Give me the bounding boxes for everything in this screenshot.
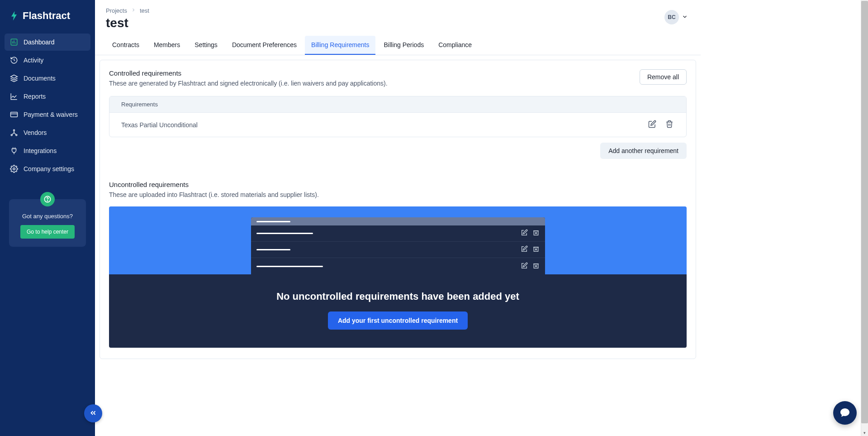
uncontrolled-desc: These are uploaded into Flashtract (i.e.… bbox=[109, 191, 687, 198]
controlled-table-header: Requirements bbox=[109, 96, 686, 112]
nav-payment-waivers[interactable]: Payment & waivers bbox=[5, 106, 90, 123]
nav-activity[interactable]: Activity bbox=[5, 52, 90, 69]
svg-point-11 bbox=[16, 134, 17, 136]
uncontrolled-empty-state: No uncontrolled requirements have been a… bbox=[109, 206, 687, 348]
nav-dashboard[interactable]: Dashboard bbox=[5, 34, 90, 51]
nav-vendors[interactable]: Vendors bbox=[5, 124, 90, 141]
avatar: BC bbox=[664, 10, 679, 24]
trash-icon bbox=[665, 123, 674, 129]
controlled-desc: These are generated by Flashtract and si… bbox=[109, 80, 388, 87]
add-another-requirement-button[interactable]: Add another requirement bbox=[600, 143, 687, 159]
nav-integrations[interactable]: Integrations bbox=[5, 142, 90, 159]
credit-card-icon bbox=[10, 110, 18, 119]
line-chart-icon bbox=[10, 92, 18, 101]
topbar: Projects test test BC bbox=[95, 0, 701, 30]
requirements-card: Controlled requirements These are genera… bbox=[100, 60, 696, 359]
scroll-down-arrow-icon[interactable]: ▾ bbox=[861, 431, 868, 435]
chevron-right-icon bbox=[131, 7, 136, 14]
delete-icon bbox=[532, 229, 540, 238]
tab-document-preferences[interactable]: Document Preferences bbox=[226, 36, 303, 55]
nav-documents[interactable]: Documents bbox=[5, 70, 90, 87]
chevron-down-icon bbox=[682, 14, 688, 21]
bar-chart-icon bbox=[10, 38, 18, 46]
history-icon bbox=[10, 56, 18, 64]
user-menu[interactable]: BC bbox=[664, 10, 688, 24]
tabs: Contracts Members Settings Document Pref… bbox=[95, 36, 701, 55]
controlled-title: Controlled requirements bbox=[109, 69, 388, 77]
svg-rect-7 bbox=[11, 112, 18, 117]
chat-fab[interactable] bbox=[833, 401, 857, 425]
table-row: Texas Partial Unconditional bbox=[109, 112, 686, 137]
help-center-button[interactable]: Go to help center bbox=[20, 225, 75, 239]
svg-marker-6 bbox=[11, 75, 18, 79]
chevrons-left-icon bbox=[89, 409, 97, 418]
uncontrolled-title: Uncontrolled requirements bbox=[109, 181, 687, 188]
tab-billing-periods[interactable]: Billing Periods bbox=[377, 36, 430, 55]
nav-label: Reports bbox=[24, 93, 46, 100]
nav-label: Dashboard bbox=[24, 38, 55, 46]
browser-scrollbar[interactable]: ▾ bbox=[861, 0, 868, 436]
nav-label: Payment & waivers bbox=[24, 111, 78, 118]
breadcrumb-projects[interactable]: Projects bbox=[106, 7, 127, 14]
tab-billing-requirements[interactable]: Billing Requirements bbox=[305, 36, 375, 55]
edit-icon bbox=[521, 262, 528, 271]
tab-compliance[interactable]: Compliance bbox=[432, 36, 478, 55]
sidebar: Flashtract Dashboard Activity Documents bbox=[0, 0, 95, 436]
scrollbar-thumb[interactable] bbox=[861, 1, 868, 423]
edit-icon bbox=[648, 123, 656, 129]
logo-icon bbox=[10, 12, 18, 20]
nav-label: Integrations bbox=[24, 147, 57, 154]
nav-label: Vendors bbox=[24, 129, 47, 136]
page-title: test bbox=[106, 16, 149, 30]
nav-label: Activity bbox=[24, 57, 43, 64]
nav: Dashboard Activity Documents Reports bbox=[0, 30, 95, 181]
edit-requirement-button[interactable] bbox=[647, 119, 657, 130]
logo[interactable]: Flashtract bbox=[0, 0, 95, 30]
svg-line-5 bbox=[14, 60, 15, 61]
requirement-name: Texas Partial Unconditional bbox=[121, 121, 198, 129]
svg-point-12 bbox=[13, 168, 15, 170]
help-icon bbox=[40, 192, 55, 206]
help-question-text: Got any questions? bbox=[16, 213, 79, 220]
gear-icon bbox=[10, 165, 18, 173]
tab-contracts[interactable]: Contracts bbox=[106, 36, 146, 55]
collapse-sidebar-button[interactable] bbox=[84, 404, 102, 422]
edit-icon bbox=[521, 229, 528, 238]
nav-label: Documents bbox=[24, 75, 56, 82]
remove-all-button[interactable]: Remove all bbox=[640, 69, 687, 85]
breadcrumb-current: test bbox=[140, 7, 149, 14]
svg-point-10 bbox=[11, 134, 12, 136]
help-card: Got any questions? Go to help center bbox=[9, 199, 86, 247]
delete-icon bbox=[532, 262, 540, 271]
layers-icon bbox=[10, 74, 18, 82]
plug-icon bbox=[10, 147, 18, 155]
svg-point-14 bbox=[47, 201, 47, 201]
tab-settings[interactable]: Settings bbox=[188, 36, 224, 55]
nav-reports[interactable]: Reports bbox=[5, 88, 90, 105]
empty-state-illustration bbox=[109, 206, 687, 274]
edit-icon bbox=[521, 245, 528, 254]
delete-icon bbox=[532, 245, 540, 254]
svg-point-9 bbox=[14, 129, 15, 131]
network-icon bbox=[10, 129, 18, 137]
tab-members[interactable]: Members bbox=[147, 36, 186, 55]
chat-icon bbox=[840, 407, 850, 419]
controlled-table: Requirements Texas Partial Unconditional bbox=[109, 96, 687, 137]
delete-requirement-button[interactable] bbox=[664, 119, 674, 130]
nav-company-settings[interactable]: Company settings bbox=[5, 160, 90, 177]
breadcrumb: Projects test bbox=[106, 7, 149, 14]
logo-text: Flashtract bbox=[23, 10, 70, 22]
main-content: Projects test test BC Contracts Members … bbox=[95, 0, 701, 436]
add-first-uncontrolled-button[interactable]: Add your first uncontrolled requirement bbox=[328, 311, 468, 330]
nav-label: Company settings bbox=[24, 165, 74, 172]
empty-state-title: No uncontrolled requirements have been a… bbox=[118, 291, 678, 302]
